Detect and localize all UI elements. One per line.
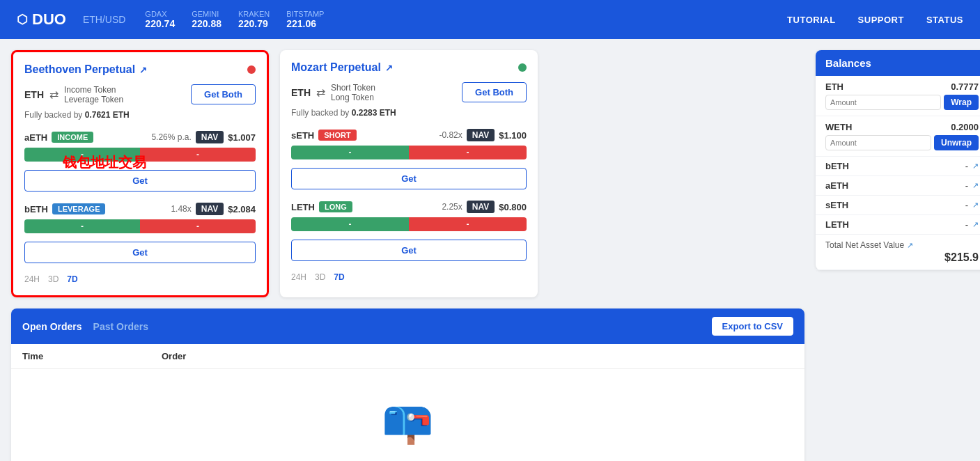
balance-aeth-value-row: - ↗ <box>965 180 979 191</box>
exchange-prices: GDAX 220.74 GEMINI 220.88 KRAKEN 220.79 … <box>145 10 787 29</box>
beth-progress-green: - <box>24 219 140 233</box>
eth-usd-label: ETH/USD <box>83 14 125 25</box>
wrap-button[interactable]: Wrap <box>944 95 979 110</box>
aeth-get-button[interactable]: Get <box>24 170 256 192</box>
seth-badge: SHORT <box>318 130 357 141</box>
exchange-bitstamp-price: 221.06 <box>286 18 316 29</box>
nav-tutorial[interactable]: TUTORIAL <box>787 15 835 25</box>
header: ⬡ DUO ETH/USD GDAX 220.74 GEMINI 220.88 … <box>0 0 980 39</box>
leth-progress-red: - <box>409 217 527 231</box>
watermark: 钱包地址交易 <box>63 153 146 172</box>
balance-weth-value: 0.2000 <box>951 122 979 132</box>
balance-aeth-value: - <box>965 180 968 191</box>
beethoven-backed-amount: 0.7621 ETH <box>85 110 130 120</box>
seth-section: sETH SHORT -0.82x NAV $1.100 - - <box>291 129 527 189</box>
balance-leth-symbol: LETH <box>825 219 849 230</box>
beth-progress-bar: - - <box>24 219 256 233</box>
export-csv-button[interactable]: Export to CSV <box>712 317 793 336</box>
balance-leth-value-row: - ↗ <box>965 219 979 230</box>
beethoven-filter-3d[interactable]: 3D <box>48 274 59 284</box>
exchange-kraken-price: 220.79 <box>238 18 268 29</box>
aeth-symbol: aETH <box>24 132 47 143</box>
balance-aeth-external-icon[interactable]: ↗ <box>972 181 979 190</box>
balance-seth-external-icon[interactable]: ↗ <box>972 201 979 210</box>
mozart-status-dot <box>518 63 527 72</box>
tab-past-orders[interactable]: Past Orders <box>93 321 148 332</box>
nav-total-value: $215.9 <box>825 251 979 264</box>
seth-bar-minus1: - <box>349 148 352 157</box>
aeth-info-row: aETH INCOME 5.26% p.a. NAV $1.007 <box>24 131 256 143</box>
mozart-external-icon[interactable]: ↗ <box>385 63 393 73</box>
mozart-filter-24h[interactable]: 24H <box>291 272 306 282</box>
exchange-gdax-name: GDAX <box>145 10 166 18</box>
mozart-filter-3d[interactable]: 3D <box>315 272 325 282</box>
orders-tabs: Open Orders Past Orders <box>22 321 148 332</box>
aeth-badge: INCOME <box>52 132 93 143</box>
leth-progress-bar: - - <box>291 217 527 231</box>
balance-weth-item: WETH 0.2000 Unwrap <box>816 116 980 157</box>
leth-info-row: LETH LONG 2.25x NAV $0.800 <box>291 201 527 213</box>
seth-progress-bar: - - <box>291 146 527 159</box>
mozart-header: Mozart Perpetual ↗ <box>291 61 527 74</box>
beethoven-title: Beethoven Perpetual ↗ <box>24 63 147 76</box>
beth-badge: LEVERAGE <box>52 203 106 214</box>
tab-open-orders[interactable]: Open Orders <box>22 321 82 332</box>
balance-aeth-row: aETH - ↗ <box>816 176 980 196</box>
exchange-bitstamp-name: BITSTAMP <box>286 10 324 18</box>
beethoven-time-filters: 24H 3D 7D <box>24 274 256 284</box>
seth-get-button[interactable]: Get <box>291 168 527 189</box>
mozart-title: Mozart Perpetual ↗ <box>291 61 393 74</box>
beethoven-get-both-button[interactable]: Get Both <box>191 84 256 104</box>
beethoven-token-label-2: Leverage Token <box>64 95 123 104</box>
balance-beth-symbol: bETH <box>825 161 849 171</box>
nav-status[interactable]: STATUS <box>926 15 963 25</box>
seth-progress-red: - <box>409 146 527 159</box>
orders-table-header: Time Order <box>11 344 804 369</box>
leth-symbol: LETH <box>291 202 315 212</box>
mozart-token-labels: Short Token Long Token <box>331 83 375 102</box>
balance-beth-external-icon[interactable]: ↗ <box>972 162 979 171</box>
aeth-rate: 5.26% p.a. <box>151 132 191 142</box>
seth-info-row: sETH SHORT -0.82x NAV $1.100 <box>291 129 527 141</box>
exchange-gdax-price: 220.74 <box>145 18 175 29</box>
nav-support[interactable]: SUPPORT <box>858 15 904 25</box>
balance-eth-input[interactable] <box>825 95 941 110</box>
col-order: Order <box>162 351 186 361</box>
balance-weth-input[interactable] <box>825 135 931 150</box>
beethoven-eth-label: ETH <box>24 89 44 100</box>
aeth-bar-minus2: - <box>196 150 199 159</box>
balance-eth-symbol: ETH <box>825 81 843 92</box>
balance-beth-value-row: - ↗ <box>965 161 979 171</box>
beth-bar-minus2: - <box>196 221 199 231</box>
logo-text: DUO <box>32 10 66 29</box>
beth-get-button[interactable]: Get <box>24 242 256 263</box>
leth-multiplier: 2.25x <box>442 202 462 212</box>
unwrap-button[interactable]: Unwrap <box>934 135 979 150</box>
seth-nav-value: $1.100 <box>499 130 527 141</box>
beth-progress-red: - <box>140 219 256 233</box>
balance-seth-value: - <box>965 200 968 210</box>
mozart-eth-label: ETH <box>291 87 311 98</box>
right-panel: Balances ETH 0.7777 Wrap WETH <box>816 50 969 461</box>
balances-title: Balances <box>816 50 980 76</box>
beethoven-filter-24h[interactable]: 24H <box>24 274 40 284</box>
mozart-filter-7d[interactable]: 7D <box>334 272 344 282</box>
balance-eth-item: ETH 0.7777 Wrap <box>816 76 980 116</box>
beethoven-status-dot <box>247 65 256 74</box>
beethoven-filter-7d[interactable]: 7D <box>67 274 77 284</box>
exchange-gemini-price: 220.88 <box>192 18 221 29</box>
beethoven-token-label-1: Income Token <box>64 85 123 95</box>
nav-external-icon[interactable]: ↗ <box>907 241 913 250</box>
seth-multiplier: -0.82x <box>439 130 462 140</box>
nav-total-label-text: Total Net Asset Value <box>825 240 904 250</box>
beethoven-external-icon[interactable]: ↗ <box>139 65 147 75</box>
mozart-token-label-2: Long Token <box>331 93 375 102</box>
mozart-get-both-button[interactable]: Get Both <box>462 82 527 102</box>
beth-info-row: bETH LEVERAGE 1.48x NAV $2.084 <box>24 203 256 215</box>
leth-section: LETH LONG 2.25x NAV $0.800 - - <box>291 201 527 261</box>
balance-leth-external-icon[interactable]: ↗ <box>972 220 979 229</box>
mozart-arrows-icon: ⇄ <box>316 86 325 99</box>
balance-weth-input-row: Unwrap <box>825 135 979 150</box>
beth-nav-value: $2.084 <box>228 204 256 214</box>
leth-get-button[interactable]: Get <box>291 240 527 261</box>
